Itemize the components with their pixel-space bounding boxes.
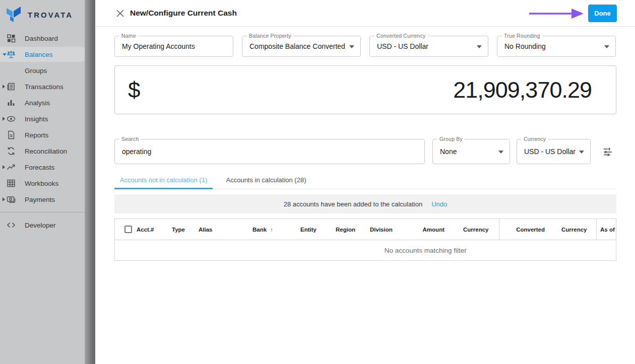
- notice-bar: 28 accounts have been added to the calcu…: [114, 194, 616, 213]
- name-field-value: My Operating Accounts: [115, 36, 233, 56]
- chevron-down-icon[interactable]: [3, 53, 7, 56]
- sidebar-edge-shadow: [85, 0, 95, 364]
- sidebar-item-label: Balances: [25, 51, 53, 58]
- column-header-alias[interactable]: Alias: [199, 219, 213, 240]
- group-by-label: Group By: [437, 136, 465, 142]
- sidebar-item-dashboard[interactable]: Dashboard: [0, 30, 95, 46]
- select-all-checkbox[interactable]: [124, 226, 132, 233]
- column-header-converted-currency[interactable]: Currency: [561, 219, 587, 240]
- search-label: Search: [119, 136, 141, 142]
- sidebar-item-transactions[interactable]: Transactions: [0, 79, 95, 95]
- sidebar-item-label: Dashboard: [25, 35, 58, 42]
- sidebar-item-label: Workbooks: [25, 180, 58, 187]
- developer-icon: [7, 221, 16, 230]
- workbooks-icon: [7, 179, 16, 188]
- column-header-region[interactable]: Region: [336, 219, 355, 240]
- sidebar-item-label: Transactions: [25, 83, 64, 91]
- currency-symbol: $: [128, 78, 140, 103]
- done-button[interactable]: Done: [588, 5, 617, 22]
- dashboard-icon: [7, 34, 16, 43]
- topbar: New/Configure Current Cash Done: [95, 0, 635, 27]
- sidebar-item-label: Reconciliation: [25, 148, 67, 155]
- sidebar-item-label: Payments: [25, 196, 55, 203]
- column-header-label: Bank: [252, 227, 267, 233]
- converted-currency-select[interactable]: Converted Currency USD - US Dollar: [369, 36, 488, 57]
- account-tabs: Accounts not in calculation (1) Accounts…: [114, 171, 616, 189]
- sidebar-item-label: Groups: [25, 67, 47, 75]
- sidebar-item-reconciliation[interactable]: Reconciliation: [0, 143, 95, 159]
- column-header-type[interactable]: Type: [172, 219, 185, 240]
- column-header-as-of[interactable]: As of: [600, 219, 615, 240]
- sidebar-item-balances[interactable]: Balances: [0, 46, 95, 62]
- balance-property-select[interactable]: Balance Property Composite Balance Conve…: [242, 36, 361, 57]
- total-amount-value: 21,909,370.29: [453, 77, 592, 103]
- active-tab-underline: [114, 188, 213, 189]
- sidebar-item-label: Insights: [25, 115, 48, 123]
- sidebar-item-analysis[interactable]: Analysis: [0, 95, 95, 111]
- column-header-currency[interactable]: Currency: [463, 219, 489, 240]
- undo-link[interactable]: Undo: [431, 200, 447, 208]
- balance-property-label: Balance Property: [247, 33, 293, 39]
- transactions-icon: [7, 82, 16, 91]
- payments-icon: [7, 195, 16, 204]
- table-header-row: Acct.# Type Alias Bank ↑ Entity Region D…: [115, 219, 616, 240]
- sidebar-divider: [0, 212, 86, 212]
- column-header-amount[interactable]: Amount: [423, 219, 444, 240]
- chevron-right-icon[interactable]: [3, 165, 5, 169]
- sidebar-item-reports[interactable]: Reports: [0, 127, 95, 143]
- empty-state-message: No accounts matching filter: [385, 247, 467, 254]
- chevron-right-icon[interactable]: [3, 85, 5, 89]
- accounts-table: Acct.# Type Alias Bank ↑ Entity Region D…: [114, 219, 616, 261]
- sidebar-item-workbooks[interactable]: Workbooks: [0, 175, 95, 191]
- close-icon[interactable]: [116, 9, 124, 18]
- filter-settings-icon[interactable]: [602, 146, 613, 157]
- sidebar-item-payments[interactable]: Payments: [0, 191, 95, 207]
- dropdown-caret-icon: [349, 45, 354, 48]
- page-title: New/Configure Current Cash: [130, 9, 237, 18]
- main-panel: New/Configure Current Cash Done Name My …: [95, 0, 635, 364]
- trovata-logo-icon: [6, 7, 21, 23]
- search-input[interactable]: Search operating: [114, 139, 425, 164]
- sidebar-item-forecasts[interactable]: Forecasts: [0, 159, 95, 175]
- sidebar-item-label: Forecasts: [25, 164, 54, 171]
- column-header-converted[interactable]: Converted: [516, 219, 545, 240]
- currency-label: Currency: [522, 136, 548, 142]
- sort-asc-icon: ↑: [270, 227, 273, 233]
- sidebar-item-label: Reports: [25, 131, 48, 139]
- notice-message: 28 accounts have been added to the calcu…: [284, 200, 422, 208]
- name-field[interactable]: Name My Operating Accounts: [114, 36, 233, 57]
- reports-icon: [7, 130, 16, 139]
- balances-icon: [7, 50, 16, 59]
- column-header-bank[interactable]: Bank ↑: [252, 219, 273, 240]
- search-value: operating: [115, 139, 424, 164]
- sidebar-nav: Dashboard Balances Groups Transactions A…: [0, 30, 95, 233]
- sidebar-item-groups[interactable]: Groups: [0, 62, 95, 79]
- column-header-entity[interactable]: Entity: [300, 219, 316, 240]
- brand-name: TROVATA: [28, 11, 73, 19]
- sidebar-item-developer[interactable]: Developer: [0, 217, 95, 233]
- column-header-acct[interactable]: Acct.#: [137, 219, 154, 240]
- sidebar-item-label: Developer: [25, 222, 56, 229]
- reconciliation-icon: [7, 147, 16, 156]
- tab-accounts-in-calculation[interactable]: Accounts in calculation (28): [213, 171, 320, 189]
- balance-property-value: Composite Balance Converted: [242, 36, 360, 56]
- sidebar-item-label: Analysis: [25, 99, 50, 107]
- insights-icon: [7, 114, 16, 123]
- chevron-right-icon[interactable]: [3, 117, 5, 121]
- true-rounding-value: No Rounding: [497, 36, 615, 56]
- currency-select[interactable]: Currency USD - US Dollar: [517, 139, 591, 164]
- dropdown-caret-icon: [604, 45, 609, 48]
- sidebar-item-insights[interactable]: Insights: [0, 111, 95, 127]
- column-header-division[interactable]: Division: [370, 219, 393, 240]
- true-rounding-select[interactable]: True Rounding No Rounding: [497, 36, 616, 57]
- group-by-select[interactable]: Group By None: [432, 139, 510, 164]
- tab-accounts-not-in-calculation[interactable]: Accounts not in calculation (1): [114, 171, 213, 189]
- true-rounding-label: True Rounding: [502, 33, 542, 39]
- name-field-label: Name: [119, 33, 138, 39]
- dropdown-caret-icon: [498, 151, 503, 154]
- converted-currency-value: USD - US Dollar: [370, 36, 488, 56]
- chevron-right-icon[interactable]: [3, 197, 5, 201]
- forecasts-icon: [7, 163, 16, 172]
- dropdown-caret-icon: [579, 151, 584, 154]
- column-divider: [499, 219, 499, 240]
